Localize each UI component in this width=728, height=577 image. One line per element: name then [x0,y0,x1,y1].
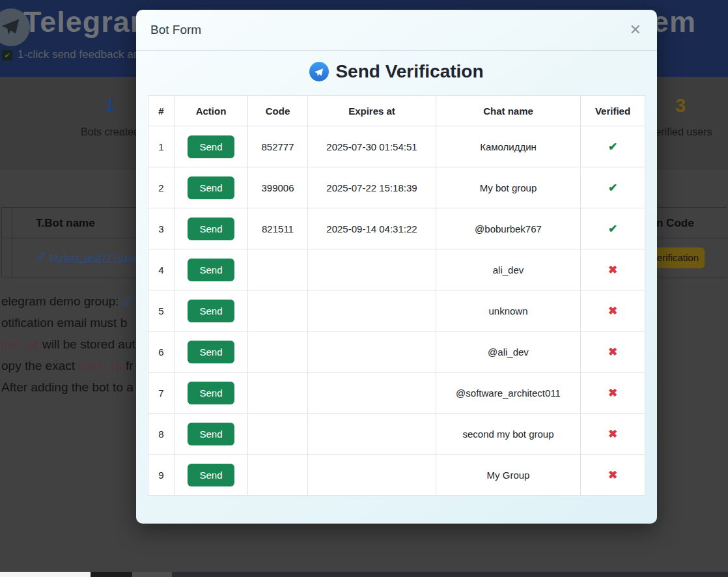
chat-name-cell: @ali_dev [436,331,581,373]
expires-cell [308,290,436,331]
column-header-code: Code [248,96,308,126]
table-row: 6Send@ali_dev✖ [148,331,645,373]
app-tagline: 1-click send feedback and g [18,48,155,61]
note-line: opy the exact chat_id fr [1,355,135,376]
cross-icon: ✖ [608,305,617,317]
inline-code: hat_id [1,339,39,351]
table-row: 2Send3990062025-07-22 15:18:39My bot gro… [148,167,645,208]
code-cell [248,331,308,373]
send-button[interactable]: Send [188,300,234,322]
taskbar-dark-segment [91,572,132,577]
code-cell [248,373,308,414]
row-number-cell: 9 [148,455,175,496]
table-row: 4Sendali_dev✖ [148,249,645,290]
modal-title: Bot Form [150,23,201,37]
send-button[interactable]: Send [188,423,234,445]
bot-form-modal: Bot Form ✕ Send Verification # Action Co… [136,10,657,524]
expires-cell [308,455,436,496]
verified-cell: ✔ [581,167,645,208]
link-icon [36,251,46,264]
column-header-verified: Verified [581,96,645,126]
expires-cell [308,414,436,455]
note-line: otification email must b [1,312,135,333]
send-button[interactable]: Send [188,341,234,363]
verified-cell: ✔ [581,208,645,249]
row-number-cell: 8 [148,414,175,455]
table-row: 1Send8527772025-07-30 01:54:51Камолиддин… [148,126,645,167]
row-number-cell: 7 [148,373,175,414]
chat-name-cell: ali_dev [436,249,581,290]
action-cell: Send [175,414,248,455]
action-cell: Send [175,373,248,414]
code-cell [248,455,308,496]
cross-icon: ✖ [608,387,617,399]
cross-icon: ✖ [608,264,617,276]
taskbar-search-segment[interactable] [0,572,91,577]
column-header-expires: Expires at [308,96,436,126]
action-cell: Send [175,167,248,208]
expires-cell: 2025-09-14 04:31:22 [308,208,436,249]
row-number-cell: 2 [148,167,175,208]
note-line: After adding the bot to a [1,376,135,398]
row-number-cell: 4 [148,249,175,290]
send-button[interactable]: Send [188,259,234,281]
note-text: After adding the bot to a [1,380,133,394]
code-cell: 821511 [248,208,308,249]
table-row: 3Send8215112025-09-14 04:31:22@boburbek7… [148,208,645,249]
verification-table-body: 1Send8527772025-07-30 01:54:51Камолиддин… [148,126,645,496]
chat-name-cell: Камолиддин [436,126,581,167]
row-number-cell: 1 [148,126,175,167]
send-verification-heading-text: Send Verification [335,61,483,82]
expires-cell: 2025-07-30 01:54:51 [308,126,436,167]
bot-link[interactable]: Myfirst_test777uzbot [36,251,143,264]
verification-table-wrap: # Action Code Expires at Chat name Verif… [148,95,645,496]
action-cell: Send [175,331,248,373]
table-header-row: # Action Code Expires at Chat name Verif… [148,96,645,126]
chat-name-cell: My bot group [436,167,581,208]
verification-table: # Action Code Expires at Chat name Verif… [148,95,645,496]
check-icon: ✔ [608,182,617,194]
note-line: hat_id will be stored aut [1,333,135,355]
column-header-chat-name: Chat name [436,96,581,126]
chat-name-cell: @software_architect011 [436,373,581,414]
close-icon[interactable]: ✕ [628,21,643,38]
table-row: 8Sendsecond my bot group✖ [148,414,645,455]
bot-name-column-header: T.Bot name [36,217,95,230]
send-button[interactable]: Send [188,176,234,199]
send-button[interactable]: Send [188,382,234,404]
expires-cell: 2025-07-22 15:18:39 [308,167,436,208]
action-cell: Send [175,290,248,331]
cross-icon: ✖ [608,428,617,440]
note-text: fr [122,359,133,373]
column-header-action: Action [175,96,248,126]
send-button[interactable]: Send [188,218,234,240]
table-row: 9SendMy Group✖ [148,455,645,496]
send-button[interactable]: Send [188,135,234,158]
inline-code: chat_id [78,360,122,373]
cross-icon: ✖ [608,469,617,481]
send-button[interactable]: Send [188,464,234,486]
check-icon: ✔ [608,223,617,235]
send-verification-heading: Send Verification [136,61,657,82]
notes-block: elegram demo group: otification email mu… [1,290,135,398]
row-number-cell: 3 [148,208,175,249]
action-cell: Send [175,455,248,496]
link-icon[interactable] [122,290,133,312]
row-number-cell: 6 [148,331,175,373]
expires-cell [308,249,436,290]
modal-header: Bot Form ✕ [136,10,657,51]
verified-cell: ✔ [581,126,645,167]
note-text: will be stored aut [39,337,135,351]
table-row: 5Sendunknown✖ [148,290,645,331]
column-header-number: # [148,96,175,126]
bg-table-border [1,207,2,277]
note-text: opy the exact [1,359,78,373]
code-cell: 852777 [248,126,308,167]
code-cell: 399006 [248,167,308,208]
chat-name-cell: unknown [436,290,581,331]
verified-cell: ✖ [581,290,645,331]
taskbar [0,572,728,577]
verified-cell: ✖ [581,455,645,496]
code-cell [248,414,308,455]
action-cell: Send [175,126,248,167]
